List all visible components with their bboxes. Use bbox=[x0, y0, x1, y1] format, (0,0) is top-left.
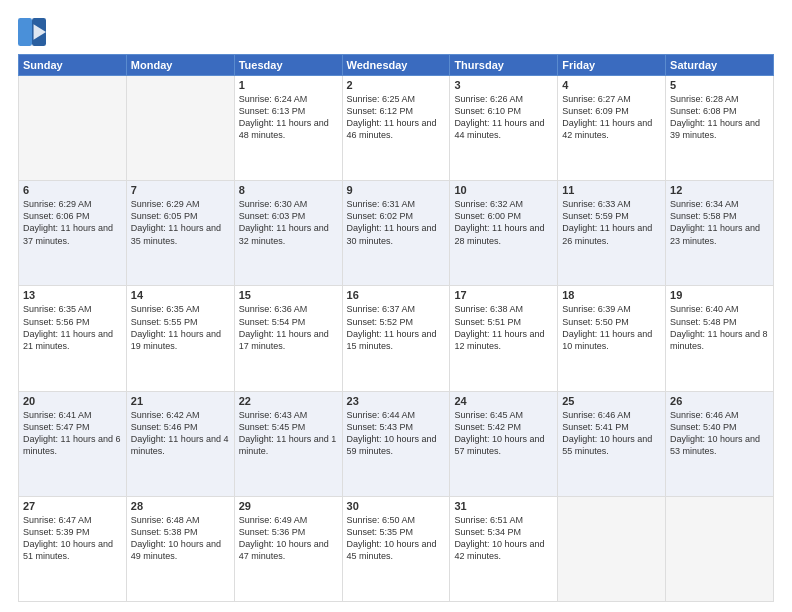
logo-icon bbox=[18, 18, 46, 46]
calendar-cell: 14Sunrise: 6:35 AM Sunset: 5:55 PM Dayli… bbox=[126, 286, 234, 391]
calendar-cell: 6Sunrise: 6:29 AM Sunset: 6:06 PM Daylig… bbox=[19, 181, 127, 286]
calendar-header-row: SundayMondayTuesdayWednesdayThursdayFrid… bbox=[19, 55, 774, 76]
cell-info: Sunrise: 6:28 AM Sunset: 6:08 PM Dayligh… bbox=[670, 93, 769, 142]
day-number: 16 bbox=[347, 289, 446, 301]
day-number: 20 bbox=[23, 395, 122, 407]
calendar-cell: 15Sunrise: 6:36 AM Sunset: 5:54 PM Dayli… bbox=[234, 286, 342, 391]
calendar-cell: 11Sunrise: 6:33 AM Sunset: 5:59 PM Dayli… bbox=[558, 181, 666, 286]
day-number: 11 bbox=[562, 184, 661, 196]
cell-info: Sunrise: 6:47 AM Sunset: 5:39 PM Dayligh… bbox=[23, 514, 122, 563]
calendar-header-thursday: Thursday bbox=[450, 55, 558, 76]
calendar-cell: 27Sunrise: 6:47 AM Sunset: 5:39 PM Dayli… bbox=[19, 496, 127, 601]
day-number: 5 bbox=[670, 79, 769, 91]
calendar-cell bbox=[558, 496, 666, 601]
cell-info: Sunrise: 6:29 AM Sunset: 6:06 PM Dayligh… bbox=[23, 198, 122, 247]
day-number: 31 bbox=[454, 500, 553, 512]
calendar-week-row: 1Sunrise: 6:24 AM Sunset: 6:13 PM Daylig… bbox=[19, 76, 774, 181]
day-number: 7 bbox=[131, 184, 230, 196]
cell-info: Sunrise: 6:43 AM Sunset: 5:45 PM Dayligh… bbox=[239, 409, 338, 458]
calendar-cell: 18Sunrise: 6:39 AM Sunset: 5:50 PM Dayli… bbox=[558, 286, 666, 391]
cell-info: Sunrise: 6:25 AM Sunset: 6:12 PM Dayligh… bbox=[347, 93, 446, 142]
cell-info: Sunrise: 6:50 AM Sunset: 5:35 PM Dayligh… bbox=[347, 514, 446, 563]
day-number: 8 bbox=[239, 184, 338, 196]
cell-info: Sunrise: 6:37 AM Sunset: 5:52 PM Dayligh… bbox=[347, 303, 446, 352]
calendar-cell: 8Sunrise: 6:30 AM Sunset: 6:03 PM Daylig… bbox=[234, 181, 342, 286]
calendar-cell: 23Sunrise: 6:44 AM Sunset: 5:43 PM Dayli… bbox=[342, 391, 450, 496]
calendar-cell: 29Sunrise: 6:49 AM Sunset: 5:36 PM Dayli… bbox=[234, 496, 342, 601]
calendar-cell: 28Sunrise: 6:48 AM Sunset: 5:38 PM Dayli… bbox=[126, 496, 234, 601]
cell-info: Sunrise: 6:30 AM Sunset: 6:03 PM Dayligh… bbox=[239, 198, 338, 247]
calendar-header-saturday: Saturday bbox=[666, 55, 774, 76]
calendar-week-row: 20Sunrise: 6:41 AM Sunset: 5:47 PM Dayli… bbox=[19, 391, 774, 496]
logo bbox=[18, 18, 50, 46]
calendar-cell: 16Sunrise: 6:37 AM Sunset: 5:52 PM Dayli… bbox=[342, 286, 450, 391]
day-number: 21 bbox=[131, 395, 230, 407]
calendar-cell: 7Sunrise: 6:29 AM Sunset: 6:05 PM Daylig… bbox=[126, 181, 234, 286]
calendar-cell: 22Sunrise: 6:43 AM Sunset: 5:45 PM Dayli… bbox=[234, 391, 342, 496]
calendar-cell: 19Sunrise: 6:40 AM Sunset: 5:48 PM Dayli… bbox=[666, 286, 774, 391]
calendar-header-friday: Friday bbox=[558, 55, 666, 76]
calendar-cell: 21Sunrise: 6:42 AM Sunset: 5:46 PM Dayli… bbox=[126, 391, 234, 496]
day-number: 10 bbox=[454, 184, 553, 196]
calendar-cell: 26Sunrise: 6:46 AM Sunset: 5:40 PM Dayli… bbox=[666, 391, 774, 496]
day-number: 25 bbox=[562, 395, 661, 407]
calendar-header-sunday: Sunday bbox=[19, 55, 127, 76]
calendar-cell: 25Sunrise: 6:46 AM Sunset: 5:41 PM Dayli… bbox=[558, 391, 666, 496]
day-number: 28 bbox=[131, 500, 230, 512]
day-number: 1 bbox=[239, 79, 338, 91]
cell-info: Sunrise: 6:48 AM Sunset: 5:38 PM Dayligh… bbox=[131, 514, 230, 563]
calendar-week-row: 6Sunrise: 6:29 AM Sunset: 6:06 PM Daylig… bbox=[19, 181, 774, 286]
calendar-cell: 10Sunrise: 6:32 AM Sunset: 6:00 PM Dayli… bbox=[450, 181, 558, 286]
day-number: 23 bbox=[347, 395, 446, 407]
calendar-cell: 20Sunrise: 6:41 AM Sunset: 5:47 PM Dayli… bbox=[19, 391, 127, 496]
cell-info: Sunrise: 6:40 AM Sunset: 5:48 PM Dayligh… bbox=[670, 303, 769, 352]
day-number: 18 bbox=[562, 289, 661, 301]
day-number: 22 bbox=[239, 395, 338, 407]
calendar-cell: 1Sunrise: 6:24 AM Sunset: 6:13 PM Daylig… bbox=[234, 76, 342, 181]
cell-info: Sunrise: 6:42 AM Sunset: 5:46 PM Dayligh… bbox=[131, 409, 230, 458]
cell-info: Sunrise: 6:46 AM Sunset: 5:41 PM Dayligh… bbox=[562, 409, 661, 458]
day-number: 2 bbox=[347, 79, 446, 91]
calendar-cell: 2Sunrise: 6:25 AM Sunset: 6:12 PM Daylig… bbox=[342, 76, 450, 181]
page: SundayMondayTuesdayWednesdayThursdayFrid… bbox=[0, 0, 792, 612]
calendar-cell bbox=[19, 76, 127, 181]
calendar-cell: 30Sunrise: 6:50 AM Sunset: 5:35 PM Dayli… bbox=[342, 496, 450, 601]
cell-info: Sunrise: 6:35 AM Sunset: 5:55 PM Dayligh… bbox=[131, 303, 230, 352]
cell-info: Sunrise: 6:32 AM Sunset: 6:00 PM Dayligh… bbox=[454, 198, 553, 247]
day-number: 30 bbox=[347, 500, 446, 512]
cell-info: Sunrise: 6:33 AM Sunset: 5:59 PM Dayligh… bbox=[562, 198, 661, 247]
cell-info: Sunrise: 6:38 AM Sunset: 5:51 PM Dayligh… bbox=[454, 303, 553, 352]
calendar-cell: 24Sunrise: 6:45 AM Sunset: 5:42 PM Dayli… bbox=[450, 391, 558, 496]
day-number: 27 bbox=[23, 500, 122, 512]
cell-info: Sunrise: 6:36 AM Sunset: 5:54 PM Dayligh… bbox=[239, 303, 338, 352]
day-number: 17 bbox=[454, 289, 553, 301]
cell-info: Sunrise: 6:35 AM Sunset: 5:56 PM Dayligh… bbox=[23, 303, 122, 352]
calendar-cell: 4Sunrise: 6:27 AM Sunset: 6:09 PM Daylig… bbox=[558, 76, 666, 181]
svg-rect-0 bbox=[18, 18, 32, 46]
calendar-cell: 31Sunrise: 6:51 AM Sunset: 5:34 PM Dayli… bbox=[450, 496, 558, 601]
day-number: 26 bbox=[670, 395, 769, 407]
day-number: 15 bbox=[239, 289, 338, 301]
cell-info: Sunrise: 6:41 AM Sunset: 5:47 PM Dayligh… bbox=[23, 409, 122, 458]
header bbox=[18, 18, 774, 46]
calendar-week-row: 13Sunrise: 6:35 AM Sunset: 5:56 PM Dayli… bbox=[19, 286, 774, 391]
calendar-header-tuesday: Tuesday bbox=[234, 55, 342, 76]
calendar-header-monday: Monday bbox=[126, 55, 234, 76]
cell-info: Sunrise: 6:26 AM Sunset: 6:10 PM Dayligh… bbox=[454, 93, 553, 142]
cell-info: Sunrise: 6:49 AM Sunset: 5:36 PM Dayligh… bbox=[239, 514, 338, 563]
calendar-cell bbox=[126, 76, 234, 181]
day-number: 3 bbox=[454, 79, 553, 91]
day-number: 19 bbox=[670, 289, 769, 301]
cell-info: Sunrise: 6:51 AM Sunset: 5:34 PM Dayligh… bbox=[454, 514, 553, 563]
calendar-cell: 3Sunrise: 6:26 AM Sunset: 6:10 PM Daylig… bbox=[450, 76, 558, 181]
day-number: 6 bbox=[23, 184, 122, 196]
cell-info: Sunrise: 6:46 AM Sunset: 5:40 PM Dayligh… bbox=[670, 409, 769, 458]
cell-info: Sunrise: 6:34 AM Sunset: 5:58 PM Dayligh… bbox=[670, 198, 769, 247]
calendar-table: SundayMondayTuesdayWednesdayThursdayFrid… bbox=[18, 54, 774, 602]
calendar-cell: 13Sunrise: 6:35 AM Sunset: 5:56 PM Dayli… bbox=[19, 286, 127, 391]
cell-info: Sunrise: 6:39 AM Sunset: 5:50 PM Dayligh… bbox=[562, 303, 661, 352]
day-number: 24 bbox=[454, 395, 553, 407]
cell-info: Sunrise: 6:24 AM Sunset: 6:13 PM Dayligh… bbox=[239, 93, 338, 142]
cell-info: Sunrise: 6:44 AM Sunset: 5:43 PM Dayligh… bbox=[347, 409, 446, 458]
calendar-cell bbox=[666, 496, 774, 601]
